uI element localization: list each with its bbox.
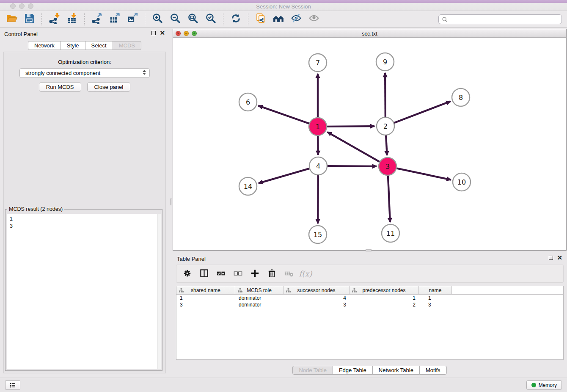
toolbar-separator (84, 13, 85, 25)
first-neighbors-button[interactable] (270, 12, 287, 26)
node-table[interactable]: shared nameMCDS rolesuccessor nodesprede… (176, 286, 564, 360)
edge-2-9[interactable] (385, 73, 385, 117)
import-table-icon (66, 13, 78, 25)
tab-style[interactable]: Style (61, 41, 85, 50)
edge-4-15[interactable] (318, 175, 318, 224)
mcds-scrollbar[interactable] (157, 214, 161, 369)
node-1[interactable]: 1 (309, 118, 327, 135)
tab-select[interactable]: Select (85, 41, 113, 50)
edge-2-3[interactable] (386, 135, 387, 155)
import-table-button[interactable] (63, 12, 81, 26)
close-table-panel-icon[interactable]: ✕ (557, 255, 562, 260)
search-input[interactable] (448, 17, 559, 22)
column-header-MCDS-role[interactable]: MCDS role (235, 286, 284, 294)
node-6[interactable]: 6 (239, 93, 257, 111)
cell-shared-name: 1 (176, 295, 235, 301)
node-4[interactable]: 4 (309, 157, 327, 175)
node-9[interactable]: 9 (376, 53, 394, 71)
node-7[interactable]: 7 (309, 54, 327, 72)
main-toolbar (0, 11, 567, 28)
edge-3-11[interactable] (388, 175, 390, 222)
node-8[interactable]: 8 (452, 88, 470, 106)
node-2[interactable]: 2 (377, 117, 394, 135)
export-network-icon (91, 13, 103, 25)
zoom-in-button[interactable] (149, 12, 166, 26)
import-network-button[interactable] (45, 12, 63, 26)
export-table-button[interactable] (106, 12, 124, 26)
window-bottom-grip[interactable] (366, 249, 372, 251)
edge-4-3[interactable] (327, 166, 377, 166)
tab-node-table[interactable]: Node Table (292, 366, 333, 375)
table-row[interactable]: 1dominator411 (176, 295, 563, 301)
network-canvas[interactable]: 7968124314101511 (173, 38, 566, 250)
select-all-button[interactable] (214, 267, 228, 281)
run-mcds-button[interactable]: Run MCDS (39, 82, 81, 92)
columns-icon (199, 268, 209, 279)
list-icon (9, 381, 17, 389)
table-row[interactable]: 3dominator323 (176, 301, 563, 308)
show-all-button[interactable] (305, 12, 323, 26)
add-icon (250, 268, 260, 279)
optimization-criterion-select[interactable]: strongly connected component (19, 68, 150, 78)
cell-predecessor-nodes: 1 (350, 295, 419, 301)
node-10[interactable]: 10 (453, 173, 471, 191)
toolbar-separator (41, 13, 42, 25)
tab-motifs[interactable]: Motifs (419, 366, 447, 375)
import-network-icon (49, 13, 60, 25)
tab-mcds[interactable]: MCDS (113, 41, 141, 50)
float-table-panel-icon[interactable] (549, 256, 553, 260)
tab-edge-table[interactable]: Edge Table (333, 366, 373, 375)
duplicate-network-button[interactable] (252, 12, 270, 26)
refresh-button[interactable] (227, 12, 245, 26)
export-image-icon (127, 13, 138, 25)
export-image-button[interactable] (124, 12, 141, 26)
panel-divider-grip[interactable] (170, 199, 172, 205)
zoom-selected-button[interactable] (202, 12, 220, 26)
close-panel-button[interactable]: Close panel (87, 82, 131, 92)
task-history-button[interactable] (5, 380, 20, 390)
columns-button[interactable] (197, 267, 211, 281)
search-box[interactable] (438, 14, 562, 24)
edge-3-10[interactable] (396, 168, 451, 179)
edge-3-1[interactable] (328, 132, 380, 162)
hide-selected-button[interactable] (287, 12, 305, 26)
cell-name: 3 (419, 301, 452, 308)
node-3[interactable]: 3 (379, 157, 396, 175)
optimization-criterion-label: Optimization criterion: (4, 59, 165, 65)
settings-icon (182, 268, 192, 279)
tab-network[interactable]: Network (28, 41, 61, 50)
chevron-updown-icon (143, 70, 146, 75)
float-panel-icon[interactable] (151, 31, 156, 35)
settings-button[interactable] (180, 267, 194, 281)
column-header-predecessor-nodes[interactable]: predecessor nodes (350, 286, 419, 294)
save-session-button[interactable] (20, 12, 38, 26)
column-header-shared-name[interactable]: shared name (176, 286, 235, 294)
edge-2-8[interactable] (394, 101, 451, 123)
export-network-button[interactable] (88, 12, 106, 26)
add-button[interactable] (248, 267, 262, 281)
column-header-name[interactable]: name (419, 286, 452, 294)
close-panel-icon[interactable]: ✕ (160, 30, 165, 36)
zoom-out-button[interactable] (166, 12, 184, 26)
node-14[interactable]: 14 (239, 177, 257, 195)
open-session-button[interactable] (3, 12, 20, 26)
zoom-fit-button[interactable] (184, 12, 202, 26)
zoom-in-icon (152, 13, 163, 25)
cell-MCDS-role: dominator (235, 301, 284, 308)
edge-1-6[interactable] (259, 106, 310, 124)
network-window-titlebar[interactable]: ×−+ scc.txt (173, 29, 566, 38)
unselect-all-icon (233, 268, 243, 279)
memory-button[interactable]: Memory (526, 380, 562, 390)
column-header-successor-nodes[interactable]: successor nodes (284, 286, 350, 294)
unselect-all-button[interactable] (231, 267, 245, 281)
node-15[interactable]: 15 (309, 226, 327, 243)
mcds-result-text[interactable]: 1 3 (7, 214, 161, 369)
titlebar-tint (0, 0, 567, 3)
edge-1-2[interactable] (327, 126, 374, 127)
node-11[interactable]: 11 (382, 224, 399, 242)
cell-shared-name: 3 (176, 301, 235, 308)
delete-button[interactable] (264, 267, 279, 281)
tab-network-table[interactable]: Network Table (372, 366, 420, 375)
svg-text:10: 10 (457, 178, 466, 186)
edge-4-14[interactable] (259, 168, 310, 183)
